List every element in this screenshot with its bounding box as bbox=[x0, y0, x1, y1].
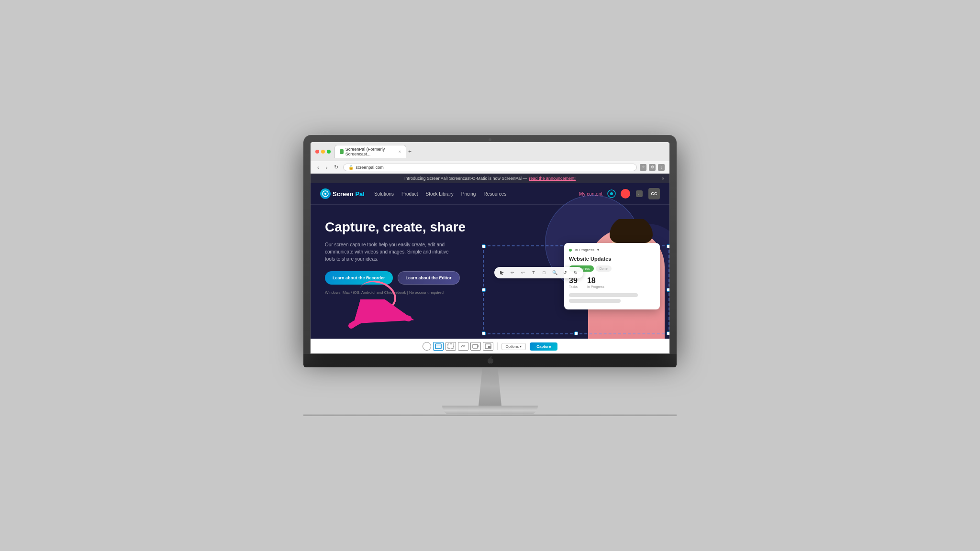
region-capture-icon[interactable] bbox=[445, 342, 456, 351]
redo-tool[interactable]: ↻ bbox=[572, 269, 579, 276]
address-bar[interactable]: 🔒 screenpal.com bbox=[343, 164, 637, 171]
logo-icon bbox=[320, 188, 331, 199]
capture-button[interactable]: Capture bbox=[530, 342, 557, 351]
progress-stat: 18 In Progress bbox=[587, 276, 604, 288]
record-button[interactable] bbox=[621, 189, 630, 198]
url-text: screenpal.com bbox=[356, 165, 384, 170]
window-controls bbox=[315, 150, 331, 154]
new-tab-button[interactable]: + bbox=[408, 148, 412, 155]
pen-tool[interactable]: ✏ bbox=[509, 269, 516, 276]
browser-toolbar-icons: ☆ ⚙ ⋮ bbox=[640, 164, 665, 171]
toolbar-divider bbox=[497, 342, 498, 350]
forward-button[interactable]: › bbox=[324, 164, 330, 171]
card-stats: 39 Tasks 18 In Progress bbox=[569, 276, 655, 288]
tab-favicon bbox=[340, 149, 344, 154]
nav-links: Solutions Product Stock Library Pricing … bbox=[374, 191, 579, 197]
apple-logo bbox=[485, 356, 495, 365]
pip-capture-icon[interactable] bbox=[483, 342, 493, 351]
svg-text:›: › bbox=[637, 192, 639, 197]
announcement-link[interactable]: read the announcement! bbox=[529, 176, 576, 181]
stand-neck bbox=[471, 367, 509, 406]
bookmark-icon[interactable]: ☆ bbox=[640, 164, 646, 171]
logo-text-screen: Screen bbox=[333, 190, 353, 198]
pointer-tool[interactable] bbox=[498, 269, 506, 276]
card-status-arrow: ▾ bbox=[597, 248, 599, 252]
svg-rect-6 bbox=[435, 344, 441, 349]
maximize-window-button[interactable] bbox=[327, 150, 331, 154]
hero-title: Capture, create, share bbox=[325, 219, 655, 235]
undo-tool[interactable]: ↩ bbox=[519, 269, 527, 276]
tasks-label: Tasks bbox=[569, 285, 578, 288]
share-icon[interactable]: › bbox=[634, 188, 645, 199]
capture-toolbar: Options ▾ Capture bbox=[311, 339, 669, 353]
svg-point-3 bbox=[610, 192, 613, 195]
stand-base bbox=[442, 406, 538, 415]
nav-pricing[interactable]: Pricing bbox=[461, 191, 476, 197]
close-window-button[interactable] bbox=[315, 150, 319, 154]
card-status-text: In Progress bbox=[575, 248, 594, 252]
freeform-capture-icon[interactable] bbox=[458, 342, 468, 351]
hero-description: Our screen capture tools help you easily… bbox=[325, 241, 459, 263]
nav-stock-library[interactable]: Stock Library bbox=[426, 191, 454, 197]
annotation-toolbar: ✏ ↩ T □ 🔍 ↺ ↻ bbox=[494, 267, 583, 278]
blur-row-1 bbox=[569, 293, 638, 297]
browser-title-bar: ScreenPal (Formerly Screencast... × + bbox=[311, 142, 669, 161]
logo-text-pal: Pal bbox=[355, 190, 365, 198]
desk-surface bbox=[303, 414, 677, 416]
zoom-tool[interactable]: 🔍 bbox=[551, 269, 558, 276]
undo2-tool[interactable]: ↺ bbox=[561, 269, 569, 276]
done-button[interactable]: Done bbox=[596, 265, 612, 272]
imac-stand bbox=[442, 367, 538, 415]
lock-icon: 🔒 bbox=[348, 165, 354, 170]
screen-bezel: ScreenPal (Formerly Screencast... × + ‹ … bbox=[303, 135, 677, 354]
card-title: Website Updates bbox=[569, 256, 655, 262]
imac-computer: ScreenPal (Formerly Screencast... × + ‹ … bbox=[303, 135, 677, 416]
rect-tool[interactable]: □ bbox=[540, 269, 548, 276]
back-button[interactable]: ‹ bbox=[315, 164, 321, 171]
tab-title: ScreenPal (Formerly Screencast... bbox=[345, 147, 397, 156]
svg-point-1 bbox=[324, 193, 326, 195]
fullscreen-capture-icon[interactable] bbox=[423, 342, 431, 351]
progress-count: 18 bbox=[587, 276, 604, 285]
card-header: In Progress ▾ bbox=[569, 248, 655, 252]
more-icon[interactable]: ⋮ bbox=[658, 164, 665, 171]
cc-avatar-button[interactable]: CC bbox=[648, 188, 660, 199]
blur-row-2 bbox=[569, 299, 621, 303]
announcement-banner: Introducing ScreenPal! Screencast-O-Mati… bbox=[311, 174, 669, 183]
window-capture-icon[interactable] bbox=[433, 342, 444, 351]
minimize-window-button[interactable] bbox=[321, 150, 325, 154]
options-label: Options bbox=[506, 344, 519, 349]
webcam-capture-icon[interactable] bbox=[470, 342, 481, 351]
capture-mode-icons bbox=[423, 342, 493, 351]
tab-close-button[interactable]: × bbox=[399, 149, 401, 154]
options-button[interactable]: Options ▾ bbox=[501, 343, 526, 350]
progress-label: In Progress bbox=[587, 285, 604, 288]
announcement-text: Introducing ScreenPal! Screencast-O-Mati… bbox=[404, 176, 527, 181]
nav-solutions[interactable]: Solutions bbox=[374, 191, 394, 197]
reload-button[interactable]: ↻ bbox=[332, 163, 340, 171]
extensions-icon[interactable]: ⚙ bbox=[649, 164, 656, 171]
options-chevron: ▾ bbox=[520, 344, 522, 349]
learn-editor-button[interactable]: Learn about the Editor bbox=[398, 271, 460, 285]
site-logo: ScreenPal bbox=[320, 188, 365, 199]
nav-product[interactable]: Product bbox=[401, 191, 418, 197]
status-indicator bbox=[569, 249, 572, 252]
banner-close-button[interactable]: × bbox=[662, 176, 665, 181]
account-text: No account required bbox=[409, 290, 444, 295]
svg-rect-8 bbox=[448, 344, 454, 349]
pink-arrow-annotation bbox=[346, 299, 423, 340]
active-tab[interactable]: ScreenPal (Formerly Screencast... × bbox=[334, 145, 406, 158]
person-hair bbox=[610, 219, 653, 243]
svg-rect-11 bbox=[488, 346, 490, 348]
imac-chin bbox=[303, 354, 677, 367]
svg-rect-9 bbox=[473, 344, 478, 348]
browser-nav-bar: ‹ › ↻ 🔒 screenpal.com ☆ ⚙ ⋮ bbox=[311, 161, 669, 174]
text-tool[interactable]: T bbox=[530, 269, 537, 276]
browser-tabs: ScreenPal (Formerly Screencast... × + bbox=[334, 145, 665, 158]
nav-resources[interactable]: Resources bbox=[483, 191, 506, 197]
